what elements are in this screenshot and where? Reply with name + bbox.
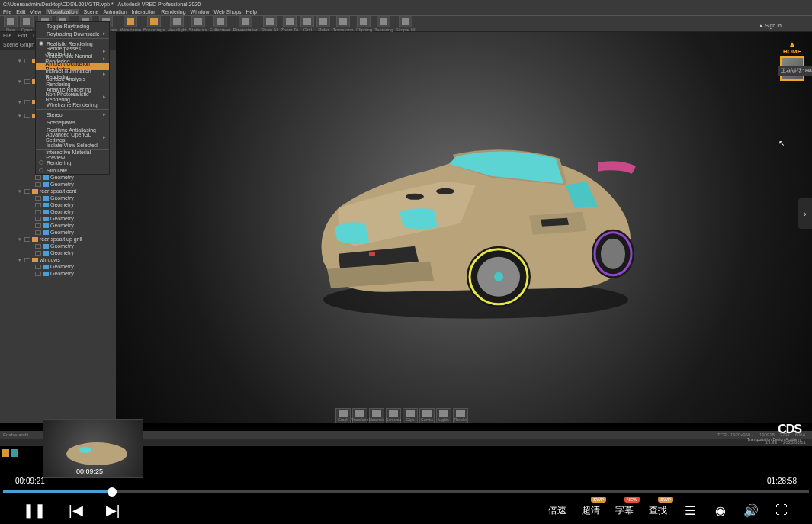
dropdown-item[interactable]: Rendering [36,159,109,166]
tree-item[interactable]: Geometry [0,263,116,270]
bottom-tool-graph[interactable]: Graph [335,408,351,423]
menu-rendering[interactable]: Rendering [161,9,185,14]
main-toolbar: New Open Example Save Isolate Sceneplate… [0,15,812,32]
bottom-tool-curves[interactable]: Curves [419,408,435,423]
tool-grid[interactable]: Grid [300,15,314,32]
dropdown-item[interactable]: Stereo▸ [36,111,109,118]
bottom-tool-transform[interactable]: Transform [352,408,367,423]
tool-transform[interactable]: Transform [332,15,353,32]
next-button[interactable]: ▶| [106,502,120,519]
tool-presentation[interactable]: Presentation [233,15,258,32]
fullscreen-icon[interactable]: ⛶ [774,503,789,518]
bottom-left-icons [2,449,18,457]
eye-icon[interactable]: ◉ [713,503,728,518]
menu-file[interactable]: File [3,9,11,14]
list-icon[interactable]: ☰ [682,503,698,518]
menu-help[interactable]: Help [246,9,257,14]
video-controls: 00:09:21 01:28:58 ❚❚ |◀ ▶| 倍速 超清SWP 字幕NE… [0,478,812,524]
tree-item[interactable]: Geometry [0,249,116,256]
dropdown-item[interactable]: Advanced OpenGL Settings▸ [36,133,109,141]
signin-button[interactable]: ▸ Sign In [760,23,782,29]
svg-point-9 [436,188,454,194]
tool-texturing[interactable]: Texturing [374,15,393,32]
tool-clipping[interactable]: Clipping [356,15,373,32]
menu-animation[interactable]: Animation [103,9,127,14]
title-bar: C:\Users\admin\Desktop\CDS\L001\GTR.vpb … [0,0,812,8]
total-time: 01:28:58 [767,477,797,485]
menu-window[interactable]: Window [191,9,210,14]
bottom-toolbar: GraphTransformMaterialsCamerasClipsCurve… [335,408,468,423]
tree-item[interactable]: Geometry [0,194,116,201]
menu-interaction[interactable]: Interaction [132,9,157,14]
chevron-right-icon: › [804,210,806,218]
speaking-overlay: 正在讲话: Ha [778,66,812,76]
tool-wireframe[interactable]: Wireframe [120,15,141,32]
tree-item[interactable]: Geometry [0,201,116,208]
right-panel-toggle[interactable]: › [798,198,812,229]
tree-item[interactable]: Geometry [0,215,116,222]
menu-visualization[interactable]: Visualization [46,9,79,14]
search-button[interactable]: 查找SWP [649,504,667,517]
tree-item[interactable]: ▾windows [0,256,116,263]
volume-icon[interactable]: 🔊 [743,503,759,518]
menu-scene[interactable]: Scene [84,9,99,14]
speed-button[interactable]: 倍速 [548,504,566,517]
user-icon[interactable] [2,449,9,457]
bottom-tool-render[interactable]: Render [453,408,468,423]
tool-new[interactable]: New [4,15,18,32]
tool-zoomto[interactable]: Zoom To [281,15,298,32]
tree-item[interactable]: Geometry [0,181,116,188]
scene-graph-title: Scene Graph [0,41,37,50]
bottom-tool-materials[interactable]: Materials [369,408,384,423]
panel-tab-file[interactable]: File [0,32,14,41]
bottom-tool-cameras[interactable]: Cameras [386,408,401,423]
tree-item[interactable]: Geometry [0,208,116,215]
menu-webshops[interactable]: Web Shops [213,9,241,14]
status-icon[interactable] [11,449,18,457]
tool-statistics[interactable]: Statistics [189,15,207,32]
tool-ruler[interactable]: Ruler [316,15,330,32]
preview-timestamp: 00:09:25 [76,468,103,475]
dropdown-item[interactable]: Simulate [36,166,109,174]
dropdown-item[interactable]: Toggle Raytracing [36,22,109,30]
panel-tab-edit[interactable]: Edit [14,32,30,41]
tool-open[interactable]: Open [20,15,34,32]
dropdown-item[interactable]: Surface Analysis Rendering [36,78,109,85]
car-model[interactable] [278,108,651,325]
3d-viewport[interactable]: ▲ HOME 正在讲话: Ha ↖ [116,32,812,423]
tree-item[interactable]: ▾rear spoalt cent [0,188,116,194]
tree-item[interactable]: Geometry [0,222,116,229]
menu-view[interactable]: View [30,9,41,14]
progress-fill [3,490,108,493]
svg-point-4 [494,272,503,281]
cursor-icon: ↖ [778,139,785,147]
dropdown-item[interactable]: Interactive Material Preview [36,151,109,159]
dropdown-item[interactable]: Wireframe Rendering [36,101,109,108]
tree-item[interactable]: Geometry [0,270,116,277]
menu-edit[interactable]: Edit [16,9,25,14]
tool-showall[interactable]: Show All [261,15,278,32]
tool-boundings[interactable]: Boundings [143,15,165,32]
tool-fullscreen[interactable]: Fullscreen [210,15,231,32]
pause-button[interactable]: ❚❚ [23,502,46,519]
dropdown-item[interactable]: Non Photorealistic Rendering▸ [36,93,109,101]
tree-item[interactable]: Geometry [0,243,116,249]
progress-bar[interactable] [3,490,809,493]
tree-item[interactable]: ▾rear spoalt up grill [0,236,116,243]
svg-point-7 [601,238,625,268]
tool-simpleui[interactable]: Simple UI [396,15,416,32]
dropdown-item[interactable]: Sceneplates [36,118,109,126]
cds-subtitle: Transportation Design Academy [747,437,801,442]
subtitle-button[interactable]: 字幕NEW [615,504,634,517]
bottom-tool-lights[interactable]: Lights [436,408,451,423]
dropdown-item[interactable]: Isolate View Selected [36,141,109,149]
tool-headlight[interactable]: Headlight [167,15,186,32]
tree-item[interactable]: Geometry [0,174,116,181]
quality-button[interactable]: 超清SWP [582,504,600,517]
bottom-tool-clips[interactable]: Clips [403,408,418,423]
prev-button[interactable]: |◀ [69,502,83,519]
tree-item[interactable]: Geometry [0,229,116,236]
svg-point-11 [66,442,127,465]
status-left: Enable ambi... [3,432,32,437]
dropdown-item[interactable]: Raytracing Downscale▸ [36,30,109,37]
